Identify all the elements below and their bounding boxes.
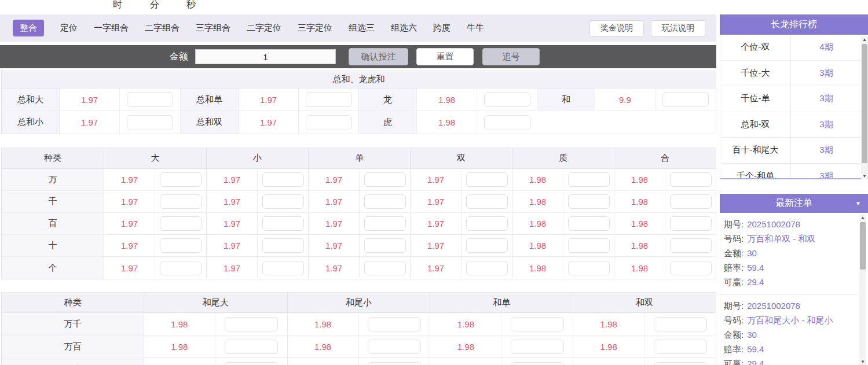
tab-niuniu[interactable]: 牛牛 [467, 23, 484, 34]
list-item[interactable]: 千位-大 3期 [720, 61, 862, 87]
tab-kuadu[interactable]: 跨度 [433, 23, 451, 34]
bet-input[interactable] [364, 261, 406, 275]
odds-value[interactable]: 1.98 [417, 89, 477, 110]
odds-value[interactable]: 1.97 [104, 169, 155, 190]
bet-input[interactable] [511, 362, 564, 365]
tab-dingwei[interactable]: 定位 [60, 23, 78, 34]
odds-value[interactable]: 1.98 [144, 335, 215, 357]
tab-zhenghe[interactable]: 整合 [13, 20, 44, 36]
odds-value[interactable]: 1.97 [207, 213, 258, 234]
odds-value[interactable]: 1.97 [104, 213, 155, 234]
odds-value[interactable]: 1.97 [411, 169, 462, 190]
bet-input[interactable] [160, 261, 202, 275]
odds-value[interactable]: 1.98 [512, 169, 563, 190]
odds-value[interactable]: 1.97 [207, 191, 258, 212]
streak-scrollbar[interactable]: ▲ ▼ [861, 36, 868, 179]
list-item[interactable]: 期号:20251002078 号码:万百和尾大小 - 和尾小 金额:30 赔率:… [720, 294, 858, 365]
list-item[interactable]: 期号:20251002078 号码:万百和单双 - 和双 金额:30 赔率:59… [720, 213, 858, 294]
odds-value[interactable]: 1.98 [288, 313, 359, 335]
bet-input[interactable] [262, 238, 304, 253]
bet-input[interactable] [262, 216, 304, 231]
odds-value[interactable]: 1.98 [573, 358, 644, 365]
list-item[interactable]: 千个-和单 3期 [720, 164, 862, 180]
bet-input[interactable] [262, 194, 304, 209]
odds-value[interactable]: 1.97 [309, 257, 360, 279]
bet-input[interactable] [368, 340, 421, 354]
odds-value[interactable]: 1.97 [104, 191, 155, 212]
odds-value[interactable]: 1.98 [288, 335, 359, 357]
odds-value[interactable]: 1.97 [104, 257, 155, 279]
scroll-up-icon[interactable]: ▲ [861, 36, 868, 43]
tab-erzi-dingwei[interactable]: 二字定位 [247, 23, 281, 34]
odds-value[interactable]: 1.98 [144, 313, 215, 335]
bet-input[interactable] [568, 238, 610, 253]
odds-value[interactable]: 1.98 [144, 358, 215, 365]
list-item[interactable]: 个位-双 4期 [720, 35, 862, 61]
bet-input[interactable] [466, 261, 508, 275]
bet-input[interactable] [160, 238, 202, 253]
bet-input[interactable] [662, 92, 709, 107]
bet-input[interactable] [511, 340, 564, 354]
bet-input[interactable] [670, 194, 712, 209]
bet-input[interactable] [654, 340, 707, 354]
list-item[interactable]: 千位-单 3期 [720, 86, 862, 112]
tab-sanzi-zuhe[interactable]: 三字组合 [196, 23, 230, 34]
scroll-down-icon[interactable]: ▼ [859, 358, 866, 365]
odds-value[interactable]: 1.98 [430, 335, 501, 357]
odds-value[interactable]: 1.97 [309, 235, 360, 256]
odds-value[interactable]: 1.98 [417, 111, 477, 134]
bet-input[interactable] [466, 172, 508, 187]
odds-value[interactable]: 1.98 [430, 358, 501, 365]
odds-value[interactable]: 1.98 [288, 358, 359, 365]
bet-input[interactable] [364, 238, 406, 253]
bet-input[interactable] [511, 317, 564, 331]
odds-value[interactable]: 1.98 [430, 313, 501, 335]
odds-value[interactable]: 1.97 [104, 235, 155, 256]
odds-value[interactable]: 1.97 [207, 235, 258, 256]
bet-input[interactable] [466, 238, 508, 253]
bet-input[interactable] [127, 115, 173, 130]
bet-input[interactable] [466, 194, 508, 209]
scroll-down-icon[interactable]: ▼ [861, 172, 868, 179]
bet-input[interactable] [262, 172, 304, 187]
scrollbar-thumb[interactable] [862, 44, 867, 163]
tab-zuxuan-liu[interactable]: 组选六 [391, 23, 417, 34]
bet-input[interactable] [364, 172, 406, 187]
reset-button[interactable]: 重置 [416, 48, 474, 65]
odds-value[interactable]: 1.98 [614, 235, 665, 256]
bet-input[interactable] [262, 261, 304, 275]
bet-input[interactable] [484, 115, 530, 130]
odds-value[interactable]: 1.98 [512, 191, 563, 212]
amount-input[interactable] [195, 49, 336, 64]
bet-input[interactable] [306, 115, 352, 130]
list-item[interactable]: 总和-双 3期 [720, 112, 862, 138]
bonus-info-button[interactable]: 奖金说明 [589, 20, 644, 36]
bet-input[interactable] [160, 172, 202, 187]
bet-input[interactable] [127, 92, 173, 107]
chase-number-button[interactable]: 追号 [482, 48, 540, 65]
bet-input[interactable] [568, 172, 610, 187]
play-rules-button[interactable]: 玩法说明 [651, 20, 705, 36]
tab-erzi-zuhe[interactable]: 二字组合 [145, 23, 180, 34]
odds-value[interactable]: 1.98 [573, 335, 644, 357]
bet-input[interactable] [364, 216, 406, 231]
odds-value[interactable]: 1.97 [411, 191, 462, 212]
tab-zuxuan-san[interactable]: 组选三 [349, 23, 375, 34]
odds-value[interactable]: 1.97 [309, 213, 360, 234]
odds-value[interactable]: 1.97 [239, 89, 299, 110]
tab-yizi-zuhe[interactable]: 一字组合 [94, 23, 129, 34]
bet-input[interactable] [654, 362, 707, 365]
bet-input[interactable] [160, 194, 202, 209]
bet-input[interactable] [568, 216, 610, 231]
odds-value[interactable]: 1.97 [411, 257, 462, 279]
bet-input[interactable] [225, 362, 278, 365]
scroll-up-icon[interactable]: ▲ [859, 214, 866, 221]
chevron-down-icon[interactable]: ▼ [855, 200, 861, 207]
odds-value[interactable]: 1.98 [512, 257, 563, 279]
tab-sanzi-dingwei[interactable]: 三字定位 [298, 23, 332, 34]
odds-value[interactable]: 1.97 [239, 111, 299, 134]
odds-value[interactable]: 1.98 [614, 169, 665, 190]
odds-value[interactable]: 1.97 [60, 111, 120, 134]
bet-input[interactable] [568, 194, 610, 209]
bet-input[interactable] [368, 317, 421, 331]
